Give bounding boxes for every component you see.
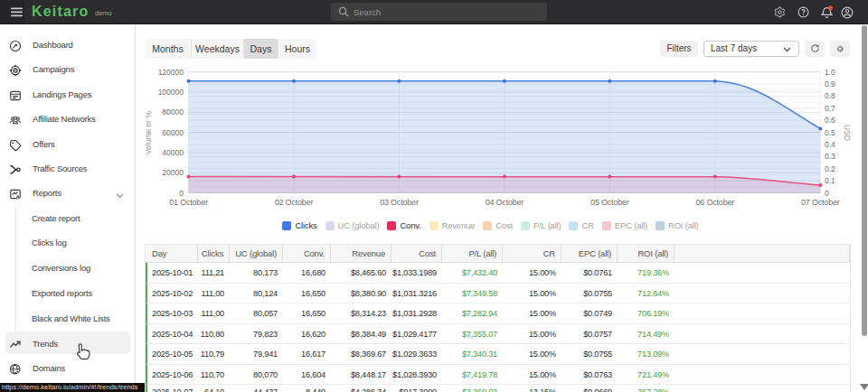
svg-text:01 October: 01 October — [169, 198, 208, 207]
svg-text:20000: 20000 — [162, 168, 184, 177]
svg-text:05 October: 05 October — [590, 198, 629, 207]
svg-text:1.0: 1.0 — [825, 68, 835, 77]
svg-text:0: 0 — [825, 189, 829, 198]
svg-text:100000: 100000 — [158, 88, 184, 97]
svg-text:07 October: 07 October — [801, 198, 840, 207]
svg-text:0.5: 0.5 — [825, 128, 835, 137]
svg-text:0.6: 0.6 — [825, 116, 835, 125]
svg-text:60000: 60000 — [162, 128, 184, 137]
svg-text:02 October: 02 October — [275, 198, 314, 207]
svg-text:0.7: 0.7 — [825, 104, 835, 113]
svg-text:04 October: 04 October — [486, 198, 524, 207]
svg-text:0.2: 0.2 — [825, 164, 835, 173]
svg-text:0.1: 0.1 — [825, 176, 835, 185]
svg-text:80000: 80000 — [162, 107, 184, 117]
svg-text:0.9: 0.9 — [825, 79, 835, 89]
svg-text:06 October: 06 October — [696, 198, 735, 207]
svg-text:40000: 40000 — [162, 148, 184, 157]
svg-text:0: 0 — [179, 189, 184, 198]
svg-text:0.8: 0.8 — [825, 91, 835, 100]
svg-text:Volume or %: Volume or % — [144, 110, 153, 154]
svg-text:USD: USD — [843, 125, 852, 141]
svg-text:0.3: 0.3 — [825, 152, 835, 161]
svg-text:120000: 120000 — [158, 68, 184, 77]
svg-text:03 October: 03 October — [380, 198, 419, 207]
svg-text:0.4: 0.4 — [825, 140, 835, 149]
